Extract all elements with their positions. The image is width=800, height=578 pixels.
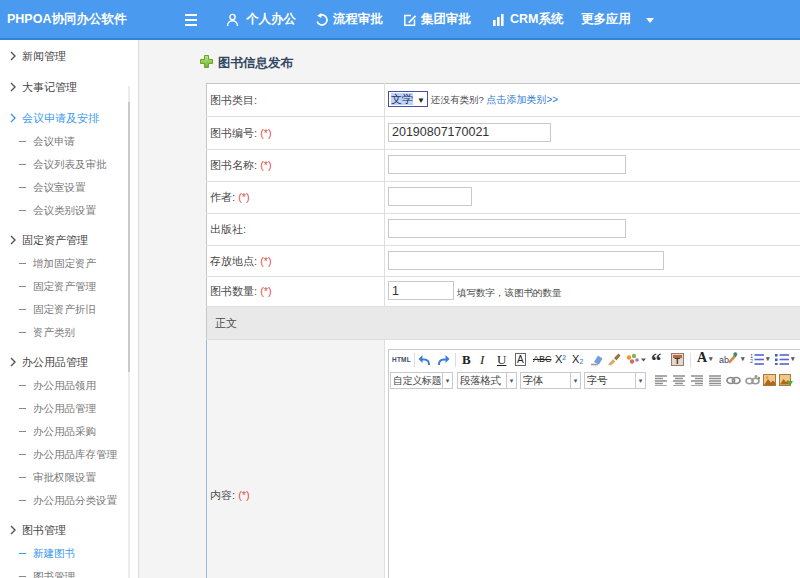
svg-text:T: T — [674, 356, 680, 366]
svg-text:2: 2 — [750, 358, 753, 364]
svg-text:ab: ab — [719, 355, 729, 365]
